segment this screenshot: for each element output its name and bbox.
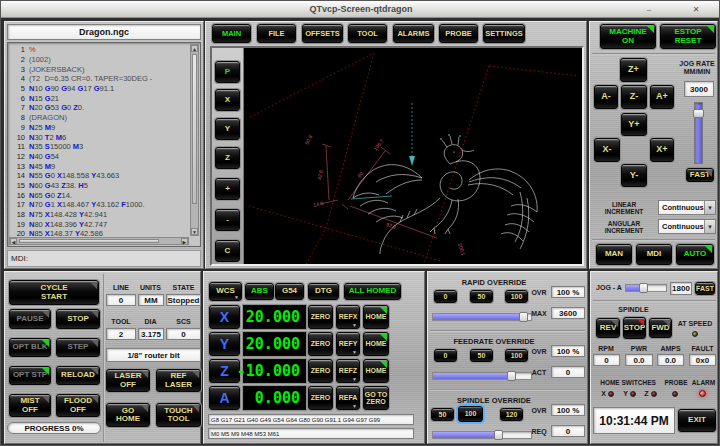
ref-z-dropdown[interactable]: REFZ▼: [336, 359, 360, 383]
ref-laser-button[interactable]: REF LASER: [156, 369, 201, 392]
jog-a-plus-button[interactable]: A+: [650, 85, 674, 109]
gcode-line[interactable]: 18N75 X148.428 Y42.941: [10, 210, 187, 220]
feedrate-override-slider[interactable]: [432, 372, 532, 380]
mode-manual-button[interactable]: MAN: [596, 244, 632, 265]
go-home-button[interactable]: GO HOME: [106, 403, 150, 427]
cycle-start-button[interactable]: CYCLE START: [9, 280, 99, 305]
goto-zero-button[interactable]: GO TO ZERO: [363, 386, 389, 410]
preview-view-z-button[interactable]: Z: [215, 147, 240, 169]
jog-x-plus-button[interactable]: X+: [650, 138, 674, 162]
scroll-right-icon[interactable]: ▶: [181, 238, 188, 245]
minimize-button[interactable]: –: [642, 4, 656, 15]
preview-zoom-out-button[interactable]: -: [215, 209, 240, 231]
abs-button[interactable]: ABS: [245, 283, 274, 300]
angular-increment-select[interactable]: Continuous ▼: [658, 219, 716, 234]
step-button[interactable]: STEP: [56, 338, 100, 357]
spindle-50-button[interactable]: 50: [431, 408, 454, 421]
tab-file[interactable]: FILE: [257, 24, 296, 43]
spindle-120-button[interactable]: 120: [500, 408, 523, 421]
ref-a-dropdown[interactable]: REFA▼: [336, 386, 360, 410]
zero-x-button[interactable]: ZERO: [308, 305, 333, 329]
rapid-slider-handle[interactable]: [519, 312, 528, 322]
mode-auto-button[interactable]: AUTO: [676, 244, 714, 265]
jog-y-minus-button[interactable]: Y-: [621, 164, 647, 187]
horizontal-scroll-thumb[interactable]: [19, 239, 159, 243]
gcode-line[interactable]: 12N40 G54: [10, 152, 187, 162]
axis-select-y[interactable]: Y: [209, 332, 240, 356]
flood-button[interactable]: FLOOD OFF: [56, 394, 100, 417]
mdi-input[interactable]: MDI:: [7, 250, 201, 267]
tab-probe[interactable]: PROBE: [439, 24, 478, 43]
gcode-line[interactable]: 11N35 S15000 M3: [10, 142, 187, 152]
optional-block-button[interactable]: OPT BLK: [9, 338, 51, 357]
axis-select-a[interactable]: A: [209, 386, 240, 410]
gcode-editor[interactable]: 1%2(1002)3(JOKERSBACK)4(T2 D=6.35 CR=0. …: [7, 42, 201, 247]
spindle-100-button[interactable]: 100: [458, 406, 483, 422]
vertical-scroll-thumb[interactable]: [192, 54, 197, 204]
gcode-3d-preview[interactable]: 50.8 42.8 14.0 80 106.7 82.9 200.1: [244, 48, 584, 264]
jog-x-minus-button[interactable]: X-: [594, 138, 620, 162]
ref-x-dropdown[interactable]: REFX▼: [336, 305, 360, 329]
spindle-fwd-button[interactable]: FWD: [649, 318, 672, 338]
spindle-slider-handle[interactable]: [494, 430, 503, 440]
mist-button[interactable]: MIST OFF: [9, 394, 51, 417]
stop-button[interactable]: STOP: [56, 309, 100, 329]
feedrate-slider-handle[interactable]: [507, 371, 516, 381]
g54-button[interactable]: G54: [275, 283, 304, 300]
gcode-line[interactable]: 2(1002): [10, 55, 187, 65]
reload-button[interactable]: RELOAD: [56, 366, 100, 385]
feed-100-button[interactable]: 100: [505, 349, 528, 362]
tab-tool[interactable]: TOOL: [348, 24, 387, 43]
jog-a-rate-value[interactable]: 1800: [670, 282, 692, 295]
home-x-button[interactable]: HOME: [363, 305, 389, 329]
home-z-button[interactable]: HOME: [363, 359, 389, 383]
gcode-line[interactable]: 7N20 G53 G0 Z0.: [10, 103, 187, 113]
vertical-scrollbar[interactable]: ▲ ▼: [190, 44, 199, 236]
jog-z-plus-button[interactable]: Z+: [620, 58, 647, 82]
rapid-override-slider[interactable]: [432, 313, 532, 321]
rapid-0-button[interactable]: 0: [434, 290, 457, 303]
machine-on-button[interactable]: MACHINE ON: [600, 24, 656, 49]
gcode-line[interactable]: 8(DRAGON): [10, 113, 187, 123]
gcode-line[interactable]: 6N15 G21: [10, 93, 187, 103]
feed-0-button[interactable]: 0: [434, 349, 457, 362]
jog-a-slider-handle[interactable]: [639, 283, 648, 293]
estop-reset-button[interactable]: ESTOP RESET: [660, 24, 716, 49]
ref-y-dropdown[interactable]: REFY▼: [336, 332, 360, 356]
scroll-up-icon[interactable]: ▲: [191, 45, 198, 52]
gcode-line[interactable]: 1%: [10, 45, 187, 55]
jog-a-minus-button[interactable]: A-: [594, 85, 618, 109]
spindle-rev-button[interactable]: REV: [596, 318, 620, 338]
optional-stop-button[interactable]: OPT STP: [9, 366, 51, 385]
jog-a-slider[interactable]: [625, 284, 667, 292]
rapid-50-button[interactable]: 50: [470, 290, 493, 303]
close-button[interactable]: ✕: [689, 4, 703, 15]
gcode-line[interactable]: 9N25 M9: [10, 123, 187, 133]
tab-offsets[interactable]: OFFSETS: [302, 24, 343, 43]
dtg-button[interactable]: DTG: [308, 283, 339, 300]
preview-clear-button[interactable]: C: [215, 240, 240, 262]
tab-settings[interactable]: SETTINGS: [483, 24, 525, 43]
exit-button[interactable]: EXIT: [678, 409, 716, 432]
horizontal-scrollbar[interactable]: ◀ ▶: [9, 237, 189, 245]
spindle-stop-button[interactable]: STOP: [623, 317, 646, 339]
jog-rate-value[interactable]: 3000: [684, 81, 714, 97]
scroll-left-icon[interactable]: ◀: [10, 238, 17, 245]
tab-alarms[interactable]: ALARMS: [393, 24, 434, 43]
gcode-line[interactable]: 14N55 G0 X148.558 Y43.663: [10, 171, 187, 181]
gcode-line[interactable]: 5N10 G90 G94 G17 G91.1: [10, 84, 187, 94]
jog-y-plus-button[interactable]: Y+: [621, 113, 647, 136]
jog-a-fast-button[interactable]: FAST: [695, 282, 715, 295]
gcode-line[interactable]: 20N85 X148.37 Y42.586: [10, 229, 187, 236]
scroll-down-icon[interactable]: ▼: [191, 228, 198, 235]
gcode-line[interactable]: 17N70 G1 X148.467 Y43.162 F1000.: [10, 200, 187, 210]
preview-zoom-in-button[interactable]: +: [215, 178, 240, 200]
pause-button[interactable]: PAUSE: [9, 309, 51, 329]
gcode-line[interactable]: 13N45 M9: [10, 161, 187, 171]
preview-view-y-button[interactable]: Y: [215, 118, 240, 140]
rapid-100-button[interactable]: 100: [505, 290, 528, 303]
wcs-dropdown[interactable]: WCS▼: [209, 282, 242, 301]
linear-increment-select[interactable]: Continuous ▼: [658, 200, 716, 215]
jog-rate-slider-handle[interactable]: [693, 109, 704, 118]
gcode-line[interactable]: 3(JOKERSBACK): [10, 64, 187, 74]
